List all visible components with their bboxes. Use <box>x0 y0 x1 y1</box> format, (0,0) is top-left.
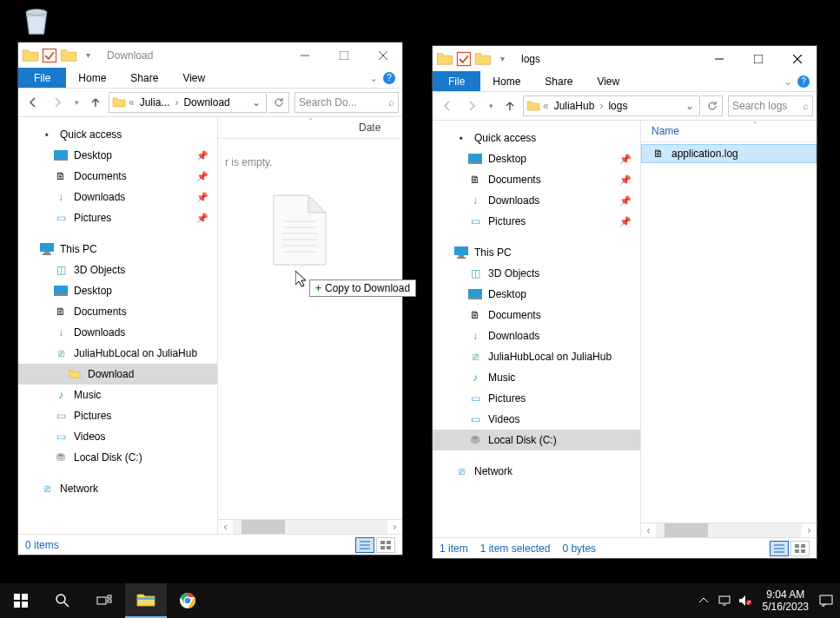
up-button[interactable] <box>499 95 521 117</box>
sidebar-desktop[interactable]: Desktop📌 <box>433 148 640 169</box>
sidebar-downloads2[interactable]: ↓Downloads <box>18 322 217 343</box>
file-content-area[interactable]: ⌃ Date r is empty. ‹ › <box>218 117 402 534</box>
sidebar-documents2[interactable]: 🗎Documents <box>433 305 640 325</box>
breadcrumb-seg[interactable]: logs <box>605 100 631 112</box>
taskbar-clock[interactable]: 9:04 AM 5/16/2023 <box>756 588 816 614</box>
sidebar-juliahub[interactable]: ⎚JuliaHubLocal on JuliaHub <box>433 346 640 367</box>
titlebar[interactable]: ▾ logs <box>433 46 817 71</box>
scroll-right-icon[interactable]: › <box>802 524 817 536</box>
sidebar-quick-access[interactable]: ⋆Quick access <box>18 124 217 145</box>
sidebar-desktop2[interactable]: Desktop <box>18 280 217 301</box>
maximize-button[interactable] <box>738 46 777 71</box>
recycle-bin-icon[interactable] <box>10 3 63 41</box>
icons-view-button[interactable] <box>376 537 395 553</box>
help-icon[interactable]: ? <box>383 72 395 84</box>
sidebar-documents[interactable]: 🗎Documents📌 <box>18 166 217 187</box>
qat-dropdown-icon[interactable]: ▾ <box>493 50 511 68</box>
ribbon-home-tab[interactable]: Home <box>66 68 118 88</box>
ribbon-share-tab[interactable]: Share <box>532 71 585 91</box>
breadcrumb-seg[interactable]: Julia... <box>136 96 174 108</box>
ribbon-home-tab[interactable]: Home <box>480 71 532 91</box>
minimize-button[interactable] <box>285 43 324 68</box>
address-bar[interactable]: « JuliaHub › logs ⌄ <box>523 95 700 116</box>
sidebar-pictures2[interactable]: ▭Pictures <box>18 405 217 426</box>
sidebar-this-pc[interactable]: This PC <box>18 239 217 260</box>
chevron-right-icon[interactable]: « <box>541 100 551 112</box>
tray-network-icon[interactable] <box>714 583 735 618</box>
recent-dropdown-icon[interactable]: ▾ <box>70 91 83 114</box>
qat-icon[interactable] <box>455 50 473 68</box>
ribbon-share-tab[interactable]: Share <box>118 68 170 88</box>
taskbar-chrome-button[interactable] <box>167 583 208 618</box>
details-view-button[interactable] <box>770 541 789 556</box>
start-button[interactable] <box>0 583 42 618</box>
sidebar-download-folder[interactable]: Download <box>18 364 217 385</box>
sidebar-network[interactable]: ⎚Network <box>18 478 217 499</box>
sidebar-music[interactable]: ♪Music <box>433 367 640 388</box>
sidebar-downloads[interactable]: ↓Downloads📌 <box>433 190 640 211</box>
search-input[interactable]: Search logs ⌕ <box>728 95 813 116</box>
scroll-left-icon[interactable]: ‹ <box>218 521 233 533</box>
task-view-button[interactable] <box>83 583 125 618</box>
ribbon-file-tab[interactable]: File <box>433 71 480 91</box>
scroll-thumb[interactable] <box>241 520 285 534</box>
forward-button[interactable] <box>46 91 69 114</box>
sidebar-network[interactable]: ⎚Network <box>433 461 640 482</box>
sidebar-3d-objects[interactable]: ◫3D Objects <box>18 260 217 280</box>
tray-volume-icon[interactable] <box>735 583 756 618</box>
search-input[interactable]: Search Do... ⌕ <box>294 92 399 113</box>
breadcrumb-seg[interactable]: JuliaHub <box>551 100 599 112</box>
forward-button[interactable] <box>460 95 483 117</box>
breadcrumb-seg[interactable]: Download <box>180 96 233 108</box>
sidebar-3d-objects[interactable]: ◫3D Objects <box>433 263 640 284</box>
ribbon-expand-icon[interactable]: ⌄ <box>369 72 378 84</box>
tray-notifications-icon[interactable] <box>816 583 837 618</box>
chevron-right-icon[interactable]: › <box>173 96 180 108</box>
sidebar-local-disk[interactable]: ⛃Local Disk (C:) <box>18 447 217 468</box>
refresh-button[interactable] <box>702 95 723 116</box>
sidebar-local-disk[interactable]: ⛃Local Disk (C:) <box>433 430 640 450</box>
file-content-area[interactable]: Name ⌃ 🗎 application.log ‹ › <box>641 121 817 537</box>
sidebar-desktop[interactable]: Desktop📌 <box>18 145 217 166</box>
column-header-date[interactable]: Date <box>350 122 402 134</box>
sidebar-pictures[interactable]: ▭Pictures📌 <box>433 211 640 232</box>
sidebar-pictures2[interactable]: ▭Pictures <box>433 388 640 409</box>
close-button[interactable] <box>777 46 817 71</box>
address-dropdown-icon[interactable]: ⌄ <box>682 100 698 112</box>
sidebar-this-pc[interactable]: This PC <box>433 242 640 263</box>
sidebar-desktop2[interactable]: Desktop <box>433 284 640 305</box>
minimize-button[interactable] <box>699 46 738 71</box>
scroll-right-icon[interactable]: › <box>387 521 402 533</box>
maximize-button[interactable] <box>324 43 363 68</box>
ribbon-file-tab[interactable]: File <box>18 68 66 88</box>
titlebar[interactable]: ▾ Download <box>18 43 402 68</box>
qat-icon[interactable] <box>41 47 58 64</box>
ribbon-view-tab[interactable]: View <box>170 68 217 88</box>
tray-overflow-icon[interactable] <box>693 583 714 618</box>
icons-view-button[interactable] <box>790 541 810 556</box>
ribbon-view-tab[interactable]: View <box>585 71 632 91</box>
sidebar-quick-access[interactable]: ⋆Quick access <box>433 128 640 148</box>
sidebar-music[interactable]: ♪Music <box>18 385 217 405</box>
back-button[interactable] <box>436 95 459 117</box>
refresh-button[interactable] <box>268 92 289 113</box>
help-icon[interactable]: ? <box>797 76 810 88</box>
horizontal-scrollbar[interactable]: ‹ › <box>218 519 402 534</box>
back-button[interactable] <box>22 91 44 114</box>
search-button[interactable] <box>42 583 83 618</box>
sidebar-downloads2[interactable]: ↓Downloads <box>433 325 640 346</box>
ribbon-expand-icon[interactable]: ⌄ <box>784 76 792 88</box>
column-header-name[interactable]: Name <box>641 125 817 137</box>
address-bar[interactable]: « Julia... › Download ⌄ <box>109 92 267 113</box>
recent-dropdown-icon[interactable]: ▾ <box>485 95 497 117</box>
sidebar-pictures[interactable]: ▭Pictures📌 <box>18 207 217 228</box>
chevron-right-icon[interactable]: › <box>598 100 605 112</box>
chevron-right-icon[interactable]: « <box>127 96 136 108</box>
sidebar-documents[interactable]: 🗎Documents📌 <box>433 169 640 190</box>
sidebar-juliahub[interactable]: ⎚JuliaHubLocal on JuliaHub <box>18 343 217 364</box>
horizontal-scrollbar[interactable]: ‹ › <box>641 523 817 537</box>
scroll-thumb[interactable] <box>665 523 708 537</box>
sidebar-downloads[interactable]: ↓Downloads📌 <box>18 187 217 207</box>
details-view-button[interactable] <box>355 537 374 553</box>
address-dropdown-icon[interactable]: ⌄ <box>248 96 264 108</box>
